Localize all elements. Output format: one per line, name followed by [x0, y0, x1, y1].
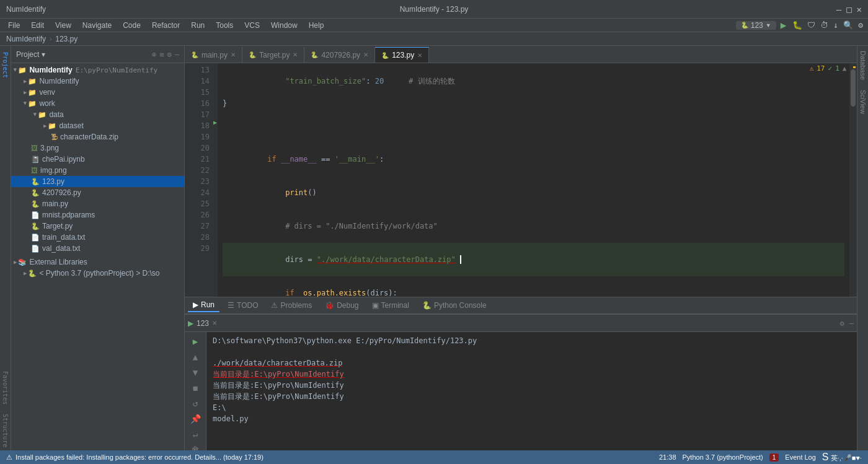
- bottom-panel: ▶ 123 ✕ ⚙ — ▶ ▲ ▼ ◼ ↺ 📌: [185, 314, 857, 450]
- tree-4207926py-file[interactable]: 🐍 4207926.py: [11, 187, 184, 198]
- tree-3png-file[interactable]: 🖼 3.png: [11, 142, 184, 154]
- statusbar-position[interactable]: 21:38: [659, 453, 676, 461]
- dataset-arrow: ▶: [43, 123, 46, 129]
- tab-4207926py-icon: 🐍: [311, 51, 318, 58]
- menu-help[interactable]: Help: [304, 20, 329, 31]
- tree-numidentify-folder[interactable]: ▶ 📁 NumIdentify: [11, 76, 184, 87]
- right-sidebar: Database SciView: [857, 46, 868, 450]
- tab-mainpy[interactable]: 🐍 main.py ✕: [185, 47, 242, 63]
- tree-targetpy-file[interactable]: 🐍 Target.py: [11, 221, 184, 232]
- run-button[interactable]: ▶: [777, 19, 790, 31]
- tab-4207926py-close[interactable]: ✕: [363, 51, 368, 58]
- tab-mainpy-close[interactable]: ✕: [231, 51, 236, 58]
- event-log-label[interactable]: Event Log: [785, 453, 816, 461]
- tree-dataset-folder[interactable]: ▶ 📁 dataset: [11, 120, 184, 131]
- tree-chepai-file[interactable]: 📓 chePai.ipynb: [11, 154, 184, 165]
- project-icon[interactable]: Project: [1, 49, 10, 81]
- profile-button[interactable]: ⏱: [818, 20, 830, 30]
- tree-work-folder[interactable]: ▶ 📁 work: [11, 98, 184, 109]
- debug-button[interactable]: 🐛: [790, 20, 804, 30]
- minimize-button[interactable]: —: [836, 4, 841, 14]
- tree-python-env[interactable]: ▶ 🐍 < Python 3.7 (pythonProject) > D:\so: [11, 268, 184, 279]
- main-layout: Project Favorites Structure Project ▾ ⊕ …: [0, 46, 868, 450]
- statusbar-python[interactable]: Python 3.7 (pythonProject): [683, 453, 763, 461]
- work-label: work: [39, 99, 55, 108]
- project-panel: Project ▾ ⊕ ≡ ⚙ — ▶ 📁 NumIdentify E:\pyP…: [11, 46, 185, 450]
- editor-scrollbar-thumb[interactable]: [851, 69, 856, 107]
- run-stop-button[interactable]: ◼: [192, 382, 199, 394]
- vcs-update-button[interactable]: ↓: [831, 20, 840, 30]
- right-tab-sciview[interactable]: SciView: [858, 85, 868, 119]
- menu-view[interactable]: View: [50, 20, 76, 31]
- run-wrap-button[interactable]: ↵: [192, 428, 199, 440]
- tab-123py[interactable]: 🐍 123.py ✕: [375, 47, 429, 63]
- breadcrumb-file[interactable]: 123.py: [55, 35, 78, 43]
- bottom-tab-problems[interactable]: ⚠ Problems: [266, 299, 317, 312]
- left-sidebar-icons: Project Favorites Structure: [0, 46, 11, 450]
- check-icon: ✓: [828, 64, 833, 72]
- project-collapse-icon[interactable]: ≡: [159, 50, 164, 59]
- output-command-line: D:\software\Python37\python.exe E:/pyPro…: [213, 335, 851, 346]
- menu-window[interactable]: Window: [266, 20, 303, 31]
- tree-valdata-file[interactable]: 📄 val_data.txt: [11, 243, 184, 254]
- tree-external-libraries[interactable]: ▶ 📚 External Libraries: [11, 256, 184, 268]
- tree-characterdata-file[interactable]: 🗜 characterData.zip: [11, 131, 184, 142]
- run-play-button[interactable]: ▶: [192, 335, 199, 348]
- editor-tabs: 🐍 main.py ✕ 🐍 Target.py ✕ 🐍 4207926.py ✕…: [185, 46, 857, 63]
- menu-run[interactable]: Run: [186, 20, 210, 31]
- bottom-tab-terminal[interactable]: ▣ Terminal: [367, 299, 414, 312]
- maximize-button[interactable]: □: [846, 4, 851, 14]
- tab-targetpy-close[interactable]: ✕: [293, 51, 298, 58]
- tree-data-folder[interactable]: ▶ 📁 data: [11, 109, 184, 120]
- search-everywhere-button[interactable]: 🔍: [841, 20, 855, 30]
- characterdata-label: characterData.zip: [60, 133, 118, 141]
- tree-mnist-file[interactable]: 📄 mnist.pdparams: [11, 209, 184, 221]
- right-tab-database[interactable]: Database: [858, 46, 868, 85]
- run-minimize-icon[interactable]: —: [849, 319, 854, 328]
- run-tab-close[interactable]: ✕: [212, 320, 217, 326]
- tree-mainpy-file[interactable]: 🐍 main.py: [11, 198, 184, 209]
- settings-button[interactable]: ⚙: [856, 20, 865, 30]
- tab-123py-close[interactable]: ✕: [417, 52, 422, 59]
- run-rerun-button[interactable]: ↺: [192, 397, 199, 409]
- tree-imgpng-file[interactable]: 🖼 img.png: [11, 165, 184, 176]
- menu-vcs[interactable]: VCS: [239, 20, 265, 31]
- tree-venv-folder[interactable]: ▶ 📁 venv: [11, 87, 184, 98]
- output-drive-line: E:\: [213, 402, 851, 413]
- run-config-selector[interactable]: 🐍 123 ▼: [736, 21, 776, 30]
- menu-tools[interactable]: Tools: [211, 20, 238, 31]
- editor-content[interactable]: 13 14 15 16 17 18 19 20 21 22 23 24 25 2…: [185, 63, 857, 297]
- nav-up-icon[interactable]: ▲: [843, 64, 847, 72]
- project-settings-icon[interactable]: ⚙: [167, 50, 172, 59]
- menu-edit[interactable]: Edit: [26, 20, 49, 31]
- editor-scrollbar[interactable]: [849, 63, 857, 297]
- project-close-icon[interactable]: —: [175, 50, 179, 59]
- bottom-tab-run[interactable]: ▶ Run: [188, 299, 219, 312]
- run-up-button[interactable]: ▲: [192, 351, 199, 363]
- coverage-button[interactable]: 🛡: [805, 20, 817, 30]
- tab-4207926py[interactable]: 🐍 4207926.py ✕: [304, 47, 375, 63]
- tree-123py-file[interactable]: 🐍 123.py: [11, 176, 184, 187]
- run-clear-button[interactable]: 🗑: [190, 444, 201, 450]
- project-locate-icon[interactable]: ⊕: [152, 50, 156, 59]
- code-editor[interactable]: "train_batch_size": 20# 训练的轮数 } if __nam…: [218, 63, 849, 297]
- menu-refactor[interactable]: Refactor: [147, 20, 185, 31]
- bottom-tab-debug[interactable]: 🐞 Debug: [320, 299, 363, 312]
- run-settings-icon[interactable]: ⚙: [840, 319, 844, 328]
- window-controls[interactable]: — □ ✕: [836, 4, 862, 14]
- run-pin-button[interactable]: 📌: [189, 413, 202, 425]
- run-tab-icon: ▶: [193, 300, 198, 309]
- bottom-tab-todo[interactable]: ☰ TODO: [223, 299, 263, 312]
- tree-root[interactable]: ▶ 📁 NumIdentify E:\pyPro\NumIdentify: [11, 64, 184, 76]
- bottom-tab-python-console[interactable]: 🐍 Python Console: [417, 299, 492, 312]
- menu-code[interactable]: Code: [118, 20, 146, 31]
- tree-traindata-file[interactable]: 📄 train_data.txt: [11, 232, 184, 243]
- close-button[interactable]: ✕: [857, 4, 862, 14]
- tab-targetpy[interactable]: 🐍 Target.py ✕: [242, 47, 304, 63]
- menu-navigate[interactable]: Navigate: [78, 20, 117, 31]
- breadcrumb-root[interactable]: NumIdentify: [6, 35, 46, 43]
- menu-file[interactable]: File: [3, 20, 25, 31]
- favorites-icon[interactable]: Favorites: [1, 368, 10, 408]
- run-down-button[interactable]: ▼: [192, 366, 199, 379]
- structure-icon[interactable]: Structure: [1, 411, 10, 450]
